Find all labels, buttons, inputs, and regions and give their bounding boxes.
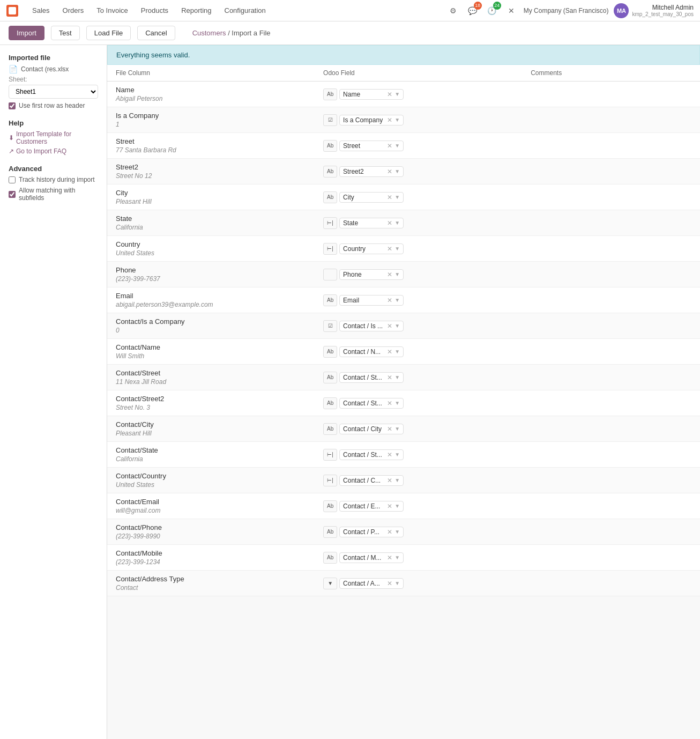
dropdown-arrow-icon[interactable]: ▼ <box>394 580 400 586</box>
cancel-button[interactable]: Cancel <box>137 26 175 40</box>
comments-cell <box>522 416 700 442</box>
test-button[interactable]: Test <box>51 26 80 40</box>
field-select-wrap[interactable]: Contact / St... ✕ ▼ <box>339 398 404 409</box>
odoo-field-cell: ⊢| Country ✕ ▼ <box>315 236 522 262</box>
file-col-sample: Pleasant Hill <box>116 430 306 437</box>
field-select-wrap[interactable]: Contact / St... ✕ ▼ <box>339 372 404 383</box>
dropdown-arrow-icon[interactable]: ▼ <box>394 91 400 97</box>
clear-field-icon[interactable]: ✕ <box>387 348 392 356</box>
breadcrumb-main[interactable]: Customers <box>192 29 226 37</box>
odoo-field-wrap: Ab Street2 ✕ ▼ <box>323 166 513 178</box>
dropdown-arrow-icon[interactable]: ▼ <box>394 529 400 535</box>
header-odoo-field: Odoo Field <box>315 65 522 82</box>
first-row-header-checkbox[interactable] <box>9 102 16 109</box>
user-section[interactable]: MA Mitchell Admin kmp_2_test_may_30_pos <box>614 3 694 18</box>
field-select-wrap[interactable]: Contact / N... ✕ ▼ <box>339 346 404 357</box>
clear-field-icon[interactable]: ✕ <box>387 425 392 433</box>
allow-matching-checkbox[interactable] <box>9 191 16 198</box>
field-select-wrap[interactable]: Name ✕ ▼ <box>339 89 404 100</box>
import-button[interactable]: Import <box>9 26 44 40</box>
comments-cell <box>522 390 700 416</box>
odoo-field-cell: Ab Contact / St... ✕ ▼ <box>315 365 522 390</box>
field-select-wrap[interactable]: Contact / Is ... ✕ ▼ <box>339 321 404 331</box>
clear-field-icon[interactable]: ✕ <box>387 451 392 459</box>
clear-field-icon[interactable]: ✕ <box>387 502 392 510</box>
clear-field-icon[interactable]: ✕ <box>387 322 392 330</box>
nav-sales[interactable]: Sales <box>27 4 55 17</box>
clear-field-icon[interactable]: ✕ <box>387 91 392 98</box>
clear-field-icon[interactable]: ✕ <box>387 528 392 536</box>
dropdown-arrow-icon[interactable]: ▼ <box>394 297 400 303</box>
field-select-wrap[interactable]: Street ✕ ▼ <box>339 141 404 151</box>
field-select-wrap[interactable]: Is a Company ✕ ▼ <box>339 115 404 125</box>
track-history-checkbox[interactable] <box>9 176 16 183</box>
odoo-field-cell: Ab Contact / N... ✕ ▼ <box>315 339 522 365</box>
field-select-wrap[interactable]: Contact / P... ✕ ▼ <box>339 527 404 537</box>
clear-field-icon[interactable]: ✕ <box>387 194 392 201</box>
field-select-wrap[interactable]: Street2 ✕ ▼ <box>339 166 404 177</box>
field-select-wrap[interactable]: City ✕ ▼ <box>339 192 404 203</box>
clear-field-icon[interactable]: ✕ <box>387 142 392 150</box>
field-select-wrap[interactable]: Contact / St... ✕ ▼ <box>339 449 404 460</box>
clear-field-icon[interactable]: ✕ <box>387 116 392 124</box>
first-row-header-label: Use first row as header <box>19 102 85 109</box>
dropdown-arrow-icon[interactable]: ▼ <box>394 220 400 226</box>
dropdown-arrow-icon[interactable]: ▼ <box>394 194 400 200</box>
dropdown-arrow-icon[interactable]: ▼ <box>394 503 400 509</box>
dropdown-arrow-icon[interactable]: ▼ <box>394 271 400 277</box>
field-type-icon: ⊢| <box>323 449 337 461</box>
dropdown-arrow-icon[interactable]: ▼ <box>394 323 400 329</box>
field-select-wrap[interactable]: Country ✕ ▼ <box>339 243 404 254</box>
dropdown-arrow-icon[interactable]: ▼ <box>394 143 400 149</box>
odoo-field-cell: Ab Email ✕ ▼ <box>315 287 522 313</box>
dropdown-arrow-icon[interactable]: ▼ <box>394 400 400 406</box>
clear-field-icon[interactable]: ✕ <box>387 297 392 304</box>
load-file-button[interactable]: Load File <box>86 26 131 40</box>
nav-products[interactable]: Products <box>136 4 174 17</box>
nav-orders[interactable]: Orders <box>57 4 90 17</box>
clear-field-icon[interactable]: ✕ <box>387 477 392 484</box>
field-type-icon: ⊢| <box>323 243 337 255</box>
nav-reporting[interactable]: Reporting <box>176 4 217 17</box>
dropdown-arrow-icon[interactable]: ▼ <box>394 477 400 483</box>
clear-field-icon[interactable]: ✕ <box>387 168 392 175</box>
dropdown-arrow-icon[interactable]: ▼ <box>394 374 400 380</box>
dropdown-arrow-icon[interactable]: ▼ <box>394 555 400 560</box>
field-select-wrap[interactable]: Contact / City ✕ ▼ <box>339 424 404 434</box>
clear-field-icon[interactable]: ✕ <box>387 580 392 587</box>
nav-to-invoice[interactable]: To Invoice <box>91 4 133 17</box>
dropdown-arrow-icon[interactable]: ▼ <box>394 246 400 252</box>
field-select-wrap[interactable]: State ✕ ▼ <box>339 218 404 228</box>
dropdown-arrow-icon[interactable]: ▼ <box>394 349 400 354</box>
settings-icon[interactable]: ⚙ <box>446 4 460 18</box>
field-select-wrap[interactable]: Contact / C... ✕ ▼ <box>339 475 404 486</box>
field-select-wrap[interactable]: Contact / M... ✕ ▼ <box>339 552 404 563</box>
comments-cell <box>522 313 700 339</box>
field-select-wrap[interactable]: Contact / A... ✕ ▼ <box>339 578 404 589</box>
clear-field-icon[interactable]: ✕ <box>387 400 392 407</box>
clear-field-icon[interactable]: ✕ <box>387 245 392 253</box>
field-select-wrap[interactable]: Phone ✕ ▼ <box>339 269 404 280</box>
odoo-field-wrap: Ab Contact / City ✕ ▼ <box>323 423 513 435</box>
clear-field-icon[interactable]: ✕ <box>387 374 392 381</box>
odoo-logo[interactable] <box>6 5 18 17</box>
clear-field-icon[interactable]: ✕ <box>387 219 392 227</box>
import-faq-link[interactable]: ↗ Go to Import FAQ <box>9 147 98 155</box>
apps-icon[interactable]: ✕ <box>504 4 518 18</box>
import-template-link[interactable]: ⬇ Import Template for Customers <box>9 130 98 145</box>
dropdown-arrow-icon[interactable]: ▼ <box>394 426 400 432</box>
clear-field-icon[interactable]: ✕ <box>387 271 392 278</box>
field-select-wrap[interactable]: Email ✕ ▼ <box>339 295 404 306</box>
notification-badge-wrap[interactable]: 💬 18 <box>466 4 480 18</box>
dropdown-arrow-icon[interactable]: ▼ <box>394 117 400 123</box>
dropdown-arrow-icon[interactable]: ▼ <box>394 452 400 457</box>
odoo-field-text: Contact / St... <box>343 374 385 381</box>
file-name: Contact (res.xlsx <box>21 65 69 73</box>
dropdown-arrow-icon[interactable]: ▼ <box>394 168 400 174</box>
sheet-select[interactable]: Sheet1 <box>9 85 98 99</box>
clear-field-icon[interactable]: ✕ <box>387 554 392 561</box>
activity-badge-wrap[interactable]: 🕐 24 <box>485 4 499 18</box>
user-name: Mitchell Admin <box>632 4 694 11</box>
field-select-wrap[interactable]: Contact / E... ✕ ▼ <box>339 501 404 512</box>
nav-configuration[interactable]: Configuration <box>219 4 271 17</box>
